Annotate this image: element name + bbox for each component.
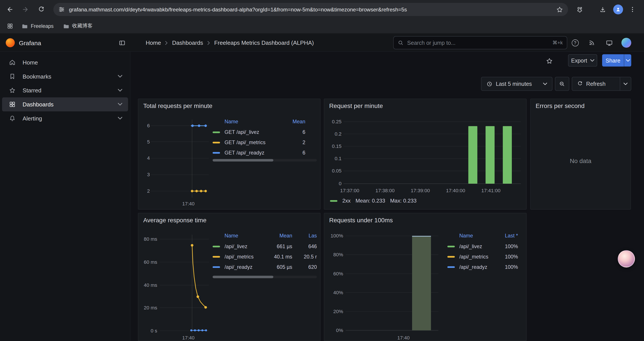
downloads-button[interactable] xyxy=(596,3,609,16)
forward-icon xyxy=(22,6,29,13)
legend-scrollbar[interactable] xyxy=(212,159,317,162)
apps-grid-icon xyxy=(7,23,13,29)
legend-table: Name Mean GET /api/_livez 6 GET /api/_me… xyxy=(212,117,317,166)
series-name[interactable]: /api/_readyz xyxy=(459,264,495,270)
bookmark-icon xyxy=(9,73,16,80)
legend-header-last[interactable]: Last * xyxy=(495,233,518,239)
url-input[interactable] xyxy=(69,6,552,13)
refresh-button[interactable]: Refresh xyxy=(572,77,620,90)
sidebar-item-label: Bookmarks xyxy=(22,73,111,80)
sidebar-item-home[interactable]: Home xyxy=(2,56,128,70)
series-last: 100% xyxy=(495,244,518,249)
apps-grid-button[interactable] xyxy=(4,21,16,32)
series-name[interactable]: /api/_readyz xyxy=(224,264,268,270)
legend-scrollbar[interactable] xyxy=(212,276,317,278)
share-menu-button[interactable] xyxy=(624,54,631,67)
zoom-out-button[interactable] xyxy=(555,77,570,91)
chevron-down-icon[interactable] xyxy=(118,75,122,78)
browser-toolbar xyxy=(0,0,644,19)
favorite-star-button[interactable] xyxy=(544,56,554,66)
chevron-down-icon[interactable] xyxy=(118,103,122,106)
chevron-down-icon[interactable] xyxy=(118,89,122,92)
site-info-icon[interactable] xyxy=(58,6,65,13)
scrollbar-thumb[interactable] xyxy=(212,276,273,278)
monitor-icon xyxy=(606,39,613,46)
user-menu-button[interactable] xyxy=(621,37,632,48)
refresh-label: Refresh xyxy=(586,81,606,87)
series-dash-green xyxy=(448,246,455,247)
series-last: 620 xyxy=(296,264,317,270)
series-dash-green xyxy=(212,246,220,247)
reload-icon xyxy=(38,6,44,13)
browser-menu-button[interactable] xyxy=(626,3,639,16)
legend-row: /api/_readyz 605 µs 620 xyxy=(212,263,317,272)
legend-bottom: 2xx Mean: 0.233 Max: 0.233 xyxy=(330,198,416,204)
sidebar-item-alerting[interactable]: Alerting xyxy=(2,111,128,125)
brand-name: Grafana xyxy=(19,39,41,46)
panel-request-per-minute: Request per minute 0.25 0.2 0.15 0.1 0.0… xyxy=(324,99,526,210)
series-name[interactable]: /api/_livez xyxy=(224,244,268,249)
floating-avatar[interactable] xyxy=(618,250,635,267)
search-box[interactable]: ⌘+k xyxy=(393,36,567,49)
series-name[interactable]: GET /api/_livez xyxy=(224,129,287,135)
series-dash-yellow xyxy=(448,256,455,258)
refresh-interval-button[interactable] xyxy=(620,77,631,90)
chevron-down-icon xyxy=(543,82,547,85)
forward-button[interactable] xyxy=(19,3,32,16)
series-mean: Mean: 0.233 xyxy=(356,198,385,204)
sidebar-item-dashboards[interactable]: Dashboards xyxy=(2,97,128,112)
series-name[interactable]: /api/_metrics xyxy=(224,254,268,260)
chevron-right-icon xyxy=(165,40,168,45)
news-button[interactable] xyxy=(586,37,597,48)
star-outline-icon xyxy=(546,57,552,64)
kiosk-mode-button[interactable] xyxy=(604,37,614,48)
bookmark-star-icon[interactable] xyxy=(556,6,563,13)
download-icon xyxy=(599,6,606,13)
search-input[interactable] xyxy=(407,40,549,46)
series-name[interactable]: GET /api/_metrics xyxy=(224,140,287,146)
legend-row: /api/_metrics 100% xyxy=(448,252,523,261)
legend-header-name[interactable]: Name xyxy=(459,233,495,239)
brand-area: Grafana xyxy=(6,34,41,52)
legend-row: /api/_readyz 100% xyxy=(448,263,523,272)
legend-header-mean[interactable]: Mean xyxy=(268,233,292,239)
sidebar-item-bookmarks[interactable]: Bookmarks xyxy=(2,69,128,83)
export-button[interactable]: Export xyxy=(568,54,597,67)
grafana-logo[interactable] xyxy=(6,38,15,47)
search-icon xyxy=(398,40,404,46)
legend-header-name[interactable]: Name xyxy=(224,119,287,124)
x-tick: 17:40 xyxy=(182,201,194,207)
bookmarks-bar: Freeleaps 收藏博客 xyxy=(0,19,644,34)
zoom-out-icon xyxy=(559,81,565,87)
legend-header-mean[interactable]: Mean xyxy=(287,119,305,124)
chevron-down-icon[interactable] xyxy=(118,117,122,120)
series-name[interactable]: /api/_livez xyxy=(459,244,495,249)
help-button[interactable]: ? xyxy=(570,37,580,48)
series-name[interactable]: GET /api/_readyz xyxy=(224,150,287,156)
x-tick: 17:40 xyxy=(398,335,410,340)
panel-title[interactable]: Errors per second xyxy=(536,102,584,109)
share-button[interactable]: Share xyxy=(602,54,624,67)
sidebar-item-starred[interactable]: Starred xyxy=(2,83,128,97)
user-avatar xyxy=(622,38,631,48)
bookmark-item-blog[interactable]: 收藏博客 xyxy=(60,21,96,31)
dock-menu-button[interactable] xyxy=(116,37,127,48)
time-range-picker[interactable]: Last 5 minutes xyxy=(481,77,552,91)
rss-icon xyxy=(588,40,595,46)
series-name[interactable]: /api/_metrics xyxy=(459,254,495,260)
extensions-button[interactable] xyxy=(572,3,586,16)
breadcrumb-home[interactable]: Home xyxy=(146,40,161,46)
series-name[interactable]: 2xx xyxy=(342,198,351,204)
scrollbar-thumb[interactable] xyxy=(212,159,273,162)
series-dash-green xyxy=(212,131,220,133)
legend-header-last[interactable]: Las xyxy=(296,233,317,239)
sidebar-item-label: Dashboards xyxy=(22,101,111,108)
legend-header-name[interactable]: Name xyxy=(224,233,268,239)
back-button[interactable] xyxy=(3,3,16,16)
bookmark-item-freeleaps[interactable]: Freeleaps xyxy=(18,21,57,31)
breadcrumb-dashboards[interactable]: Dashboards xyxy=(172,40,203,46)
omnibox[interactable] xyxy=(53,3,568,16)
reload-button[interactable] xyxy=(34,3,48,16)
browser-profile-button[interactable] xyxy=(612,3,625,16)
x-tick: 17:39:00 xyxy=(411,188,430,194)
